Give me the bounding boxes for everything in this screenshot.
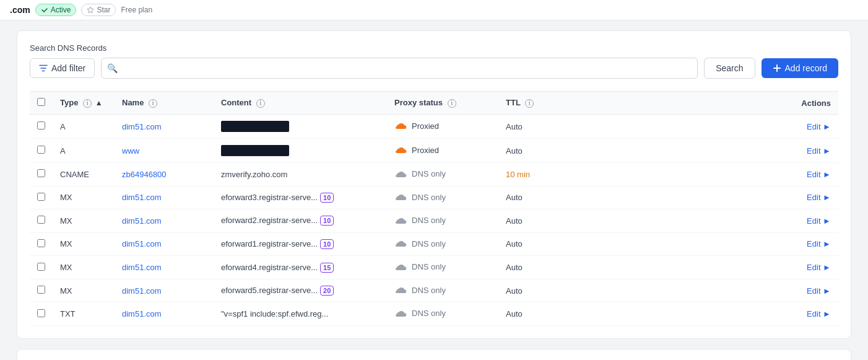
- table-row: MXdim51.comeforward3.registrar-serve...1…: [30, 186, 838, 209]
- select-all-checkbox[interactable]: [37, 98, 45, 106]
- ttl-cell: Auto: [498, 186, 560, 209]
- ttl-cell: 10 min: [498, 163, 560, 187]
- cloud-dns-only-icon: [394, 239, 409, 249]
- name-link[interactable]: dim51.com: [122, 122, 162, 131]
- ttl-col-header: TTL: [506, 98, 521, 107]
- name-link[interactable]: dim51.com: [122, 309, 162, 318]
- ttl-value: Auto: [506, 193, 523, 202]
- content-cell: eforward4.registrar-serve...15: [214, 256, 387, 279]
- proxy-cell: DNS only: [387, 302, 498, 326]
- ttl-cell: Auto: [498, 279, 560, 302]
- search-button[interactable]: Search: [704, 58, 755, 79]
- row-checkbox[interactable]: [37, 239, 45, 247]
- search-icon: 🔍: [107, 63, 118, 73]
- search-row: Add filter 🔍 Search Add record: [30, 58, 838, 79]
- ttl-cell: Auto: [498, 139, 560, 163]
- proxy-cell: DNS only: [387, 279, 498, 302]
- type-col-header: Type: [60, 98, 78, 107]
- name-cell: dim51.com: [115, 232, 214, 256]
- table-row: MXdim51.comeforward4.registrar-serve...1…: [30, 256, 838, 279]
- plus-icon: [773, 64, 781, 72]
- name-link[interactable]: www: [122, 146, 139, 156]
- row-checkbox[interactable]: [37, 146, 45, 154]
- content-text: eforward2.registrar-serve...: [221, 216, 318, 225]
- priority-badge: 10: [320, 193, 334, 203]
- edit-link[interactable]: Edit ►: [807, 170, 831, 179]
- add-filter-button[interactable]: Add filter: [30, 58, 95, 78]
- content-cell: eforward2.registrar-serve...10: [214, 209, 387, 233]
- proxy-cell: DNS only: [387, 232, 498, 256]
- name-link[interactable]: zb64946800: [122, 170, 167, 179]
- edit-link[interactable]: Edit ►: [807, 309, 831, 318]
- name-cell: zb64946800: [115, 163, 214, 187]
- actions-cell: Edit ►: [560, 279, 838, 302]
- check-icon: [41, 6, 48, 14]
- actions-cell: Edit ►: [560, 115, 838, 139]
- name-link[interactable]: dim51.com: [122, 216, 162, 226]
- type-cell: MX: [53, 232, 115, 256]
- proxy-status-text: DNS only: [412, 286, 446, 295]
- proxy-status-text: Proxied: [412, 121, 439, 131]
- ttl-cell: Auto: [498, 209, 560, 233]
- domain-badge: .com: [10, 5, 30, 15]
- type-cell: MX: [53, 209, 115, 233]
- proxy-status-text: DNS only: [412, 309, 446, 318]
- proxy-cell: DNS only: [387, 163, 498, 187]
- name-link[interactable]: dim51.com: [122, 263, 162, 272]
- type-cell: A: [53, 139, 115, 163]
- content-text: eforward3.registrar-serve...: [221, 193, 318, 202]
- row-checkbox[interactable]: [37, 169, 45, 177]
- content-cell: "v=spf1 include:spf.efwd.reg...: [214, 302, 387, 326]
- row-checkbox[interactable]: [37, 263, 45, 271]
- filter-icon: [39, 64, 48, 72]
- actions-cell: Edit ►: [560, 186, 838, 209]
- name-cell: dim51.com: [115, 302, 214, 326]
- name-cell: dim51.com: [115, 115, 214, 139]
- content-col-header: Content: [221, 98, 251, 107]
- ttl-value: Auto: [506, 309, 523, 318]
- ttl-value: Auto: [506, 239, 523, 248]
- type-cell: MX: [53, 256, 115, 279]
- row-checkbox[interactable]: [37, 309, 45, 317]
- name-info-icon: i: [149, 99, 157, 108]
- edit-link[interactable]: Edit ►: [807, 286, 831, 296]
- ttl-value: Auto: [506, 122, 523, 131]
- content-cell: eforward1.registrar-serve...10: [214, 232, 387, 256]
- name-link[interactable]: dim51.com: [122, 286, 162, 296]
- top-bar: .com Active Star Free plan: [0, 0, 868, 20]
- type-sort-arrow[interactable]: ▲: [95, 99, 103, 107]
- actions-col-header: Actions: [801, 99, 831, 108]
- edit-link[interactable]: Edit ►: [807, 146, 831, 156]
- table-row: Adim51.comProxiedAutoEdit ►: [30, 115, 838, 139]
- row-checkbox[interactable]: [37, 121, 45, 130]
- edit-link[interactable]: Edit ►: [807, 239, 831, 248]
- content-info-icon: i: [256, 99, 265, 108]
- name-link[interactable]: dim51.com: [122, 239, 162, 248]
- name-cell: dim51.com: [115, 186, 214, 209]
- edit-link[interactable]: Edit ►: [807, 216, 831, 226]
- proxy-cell: DNS only: [387, 256, 498, 279]
- add-record-button[interactable]: Add record: [762, 58, 838, 78]
- proxy-cell: Proxied: [387, 139, 498, 163]
- search-dns-label: Search DNS Records: [30, 43, 838, 53]
- ttl-value: Auto: [506, 263, 523, 272]
- cloud-dns-only-icon: [394, 309, 409, 319]
- edit-link[interactable]: Edit ►: [807, 193, 831, 202]
- ttl-value: 10 min: [506, 170, 530, 179]
- search-input[interactable]: [101, 58, 698, 79]
- row-checkbox[interactable]: [37, 216, 45, 224]
- content-text: eforward5.registrar-serve...: [221, 286, 318, 295]
- type-cell: CNAME: [53, 163, 115, 187]
- proxy-status-text: DNS only: [412, 169, 446, 178]
- edit-link[interactable]: Edit ►: [807, 122, 831, 131]
- table-row: TXTdim51.com"v=spf1 include:spf.efwd.reg…: [30, 302, 838, 326]
- edit-link[interactable]: Edit ►: [807, 263, 831, 272]
- actions-cell: Edit ►: [560, 232, 838, 256]
- row-checkbox[interactable]: [37, 286, 45, 294]
- row-checkbox[interactable]: [37, 193, 45, 201]
- plan-badge: Free plan: [121, 6, 152, 14]
- name-link[interactable]: dim51.com: [122, 193, 162, 202]
- table-row: MXdim51.comeforward1.registrar-serve...1…: [30, 232, 838, 256]
- redacted-content: [221, 145, 289, 156]
- cloud-dns-only-icon: [394, 193, 409, 203]
